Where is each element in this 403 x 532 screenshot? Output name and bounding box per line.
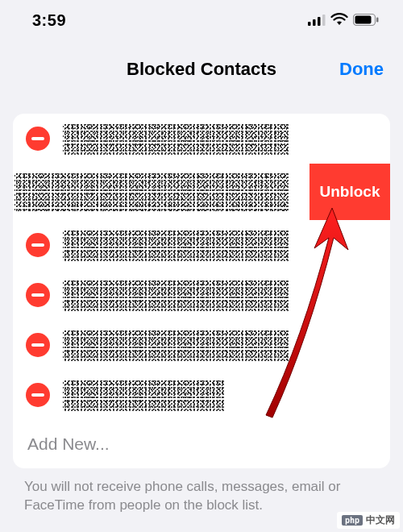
remove-icon[interactable] xyxy=(26,333,50,357)
unblock-button[interactable]: Unblock xyxy=(310,164,390,220)
contact-name-redacted xyxy=(63,123,289,155)
svg-rect-1 xyxy=(313,19,316,26)
remove-icon[interactable] xyxy=(26,127,50,151)
contact-name-redacted xyxy=(63,229,289,261)
contact-name-redacted xyxy=(63,329,289,361)
contact-row[interactable] xyxy=(13,320,390,370)
status-time: 3:59 xyxy=(32,11,66,30)
remove-icon[interactable] xyxy=(26,233,50,257)
blocked-contacts-list: Unblock Add New... xyxy=(13,114,390,468)
status-bar: 3:59 xyxy=(0,0,403,36)
contact-row[interactable] xyxy=(13,220,390,270)
remove-icon[interactable] xyxy=(26,383,50,407)
footer-description: You will not receive phone calls, messag… xyxy=(0,468,403,515)
contact-row[interactable] xyxy=(13,270,390,320)
contact-name-redacted xyxy=(15,172,289,212)
remove-icon[interactable] xyxy=(26,283,50,307)
done-button[interactable]: Done xyxy=(339,59,384,80)
contact-row-swiped[interactable]: Unblock xyxy=(13,164,390,220)
svg-rect-0 xyxy=(308,22,311,26)
modal-header: Blocked Contacts Done xyxy=(0,36,403,98)
watermark: php 中文网 xyxy=(337,512,400,529)
svg-rect-5 xyxy=(355,16,372,24)
svg-rect-6 xyxy=(376,18,379,23)
svg-rect-2 xyxy=(318,17,321,26)
page-title: Blocked Contacts xyxy=(16,59,387,80)
contact-name-redacted xyxy=(63,379,224,411)
battery-icon xyxy=(353,11,379,30)
wifi-icon xyxy=(330,11,348,30)
contact-name-redacted xyxy=(63,279,289,311)
add-new-button[interactable]: Add New... xyxy=(13,420,390,468)
svg-rect-3 xyxy=(322,15,326,26)
watermark-badge: php xyxy=(342,515,363,526)
watermark-text: 中文网 xyxy=(366,513,395,527)
cellular-icon xyxy=(308,11,326,30)
contact-row[interactable] xyxy=(13,114,390,164)
contact-row[interactable] xyxy=(13,370,390,420)
status-icons xyxy=(308,11,379,30)
